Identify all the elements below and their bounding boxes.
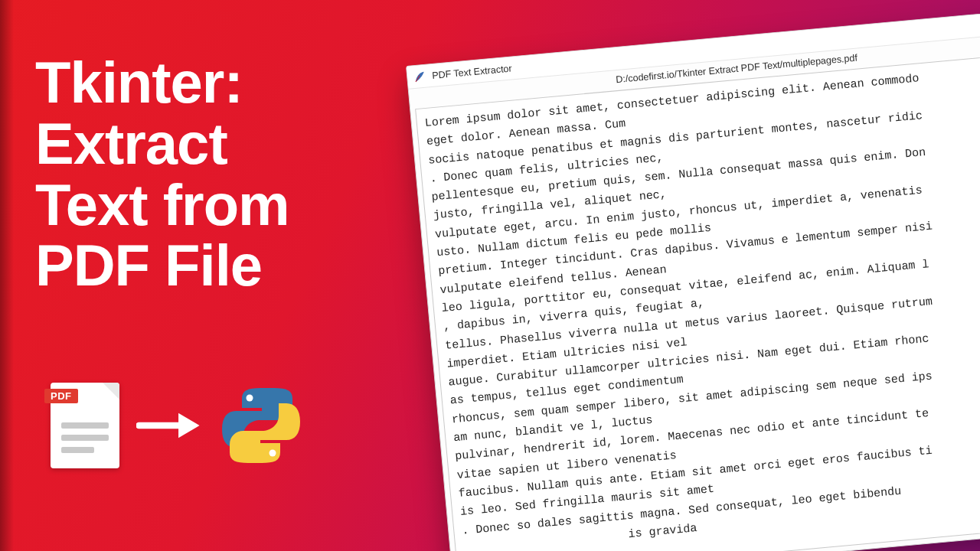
headline-line-3: Text from <box>35 174 289 236</box>
svg-point-2 <box>247 395 253 402</box>
pdf-text-line-icon <box>61 447 94 453</box>
headline-line-1: Tkinter: <box>35 52 289 113</box>
pdf-page-fold-icon <box>103 383 119 399</box>
app-window: PDF Text Extractor — ▢ ✕ D:/codefirst.io… <box>406 6 980 551</box>
pdf-text-line-icon <box>61 422 109 429</box>
icons-row: PDF <box>51 383 303 468</box>
extracted-text-box[interactable]: Lorem ipsum dolor sit amet, consectetuer… <box>415 50 980 551</box>
headline-line-2: Extract <box>35 113 289 174</box>
thumbnail-stage: Tkinter: Extract Text from PDF File PDF <box>0 0 980 551</box>
window-title: PDF Text Extractor <box>432 63 513 80</box>
pdf-text-line-icon <box>61 435 109 441</box>
headline-line-4: PDF File <box>35 235 289 296</box>
headline-block: Tkinter: Extract Text from PDF File <box>35 52 289 296</box>
pdf-line-group <box>61 422 109 459</box>
arrow-right-icon <box>136 408 202 443</box>
svg-marker-1 <box>178 413 200 439</box>
tk-feather-icon <box>413 70 426 83</box>
pdf-badge: PDF <box>44 389 78 403</box>
svg-point-3 <box>270 450 276 457</box>
left-vignette <box>0 0 14 551</box>
python-logo-icon <box>219 383 303 468</box>
pdf-doc-icon: PDF <box>51 383 119 468</box>
titlebar-left: PDF Text Extractor <box>413 62 513 83</box>
